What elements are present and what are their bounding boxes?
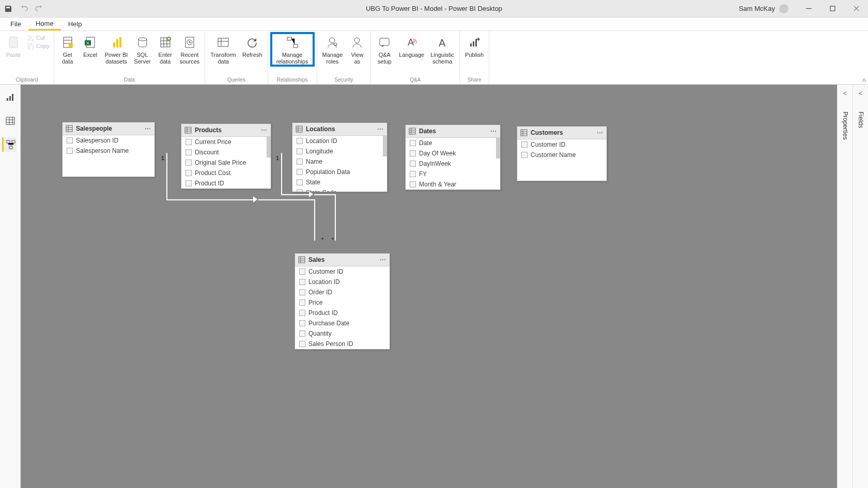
svg-rect-21 bbox=[287, 37, 291, 40]
right-rail-properties: < Properties bbox=[837, 85, 853, 488]
table-field[interactable]: Current Price bbox=[181, 137, 271, 147]
relationship-line[interactable] bbox=[281, 153, 282, 194]
relationship-line[interactable] bbox=[314, 194, 335, 195]
close-button[interactable] bbox=[844, 0, 868, 18]
table-menu-icon[interactable]: ⋯ bbox=[380, 256, 386, 263]
table-field[interactable]: Sales Person ID bbox=[295, 339, 390, 349]
model-canvas[interactable]: 1 1 * * Salespeople ⋯ Salesperson ID bbox=[21, 85, 837, 488]
table-field[interactable]: Salesperson ID bbox=[63, 135, 154, 146]
table-field[interactable]: Discount bbox=[181, 147, 271, 158]
relationship-line[interactable] bbox=[166, 153, 167, 199]
svg-rect-40 bbox=[66, 125, 72, 132]
table-menu-icon[interactable]: ⋯ bbox=[261, 127, 268, 134]
minimize-button[interactable] bbox=[797, 0, 820, 18]
table-field[interactable]: State bbox=[292, 177, 387, 187]
relationship-line[interactable] bbox=[314, 199, 315, 241]
table-field[interactable]: Product ID bbox=[295, 308, 390, 318]
group-label-queries: Queries bbox=[207, 76, 265, 84]
transform-data-button[interactable]: Transform data bbox=[207, 33, 239, 66]
relationship-line[interactable] bbox=[258, 199, 314, 200]
get-data-button[interactable]: Get data bbox=[56, 33, 79, 66]
user-name[interactable]: Sam McKay bbox=[739, 5, 775, 12]
table-field[interactable]: Salesperson Name bbox=[63, 146, 154, 156]
table-menu-icon[interactable]: ⋯ bbox=[490, 128, 497, 135]
scrollbar[interactable] bbox=[496, 138, 500, 159]
manage-relationships-button[interactable]: Manage relationships bbox=[270, 32, 315, 67]
view-as-icon bbox=[349, 34, 365, 51]
excel-icon: X bbox=[82, 34, 99, 51]
table-field[interactable]: Location ID bbox=[292, 136, 387, 146]
table-menu-icon[interactable]: ⋯ bbox=[145, 125, 151, 132]
recent-sources-button[interactable]: Recent sources bbox=[177, 33, 203, 66]
field-icon bbox=[185, 160, 192, 166]
sql-server-label: SQL Server bbox=[134, 52, 150, 65]
field-icon bbox=[185, 180, 192, 186]
fields-pane-button[interactable]: Fields bbox=[857, 107, 864, 132]
table-field[interactable]: Product Cost bbox=[181, 168, 271, 178]
maximize-button[interactable] bbox=[820, 0, 844, 18]
user-avatar-icon[interactable] bbox=[779, 4, 788, 13]
enter-data-button[interactable]: Enter data bbox=[154, 33, 177, 66]
table-sales[interactable]: Sales ⋯ Customer ID Location ID Order ID… bbox=[295, 253, 390, 350]
report-view-button[interactable] bbox=[3, 90, 18, 104]
tab-help[interactable]: Help bbox=[61, 18, 89, 30]
table-products[interactable]: Products ⋯ Current Price Discount Origin… bbox=[181, 123, 271, 189]
table-field[interactable]: Customer Name bbox=[517, 150, 607, 160]
language-icon: Aあ bbox=[404, 34, 420, 51]
table-field[interactable]: Name bbox=[292, 156, 387, 167]
view-as-button[interactable]: View as bbox=[346, 33, 368, 66]
table-menu-icon[interactable]: ⋯ bbox=[597, 129, 603, 136]
table-field[interactable]: DayInWeek bbox=[406, 159, 500, 169]
table-field[interactable]: Longitude bbox=[292, 146, 387, 156]
undo-icon[interactable] bbox=[20, 5, 28, 13]
publish-button[interactable]: Publish bbox=[462, 33, 487, 59]
sql-server-button[interactable]: SQL Server bbox=[131, 33, 153, 66]
table-field[interactable]: Customer ID bbox=[295, 266, 390, 277]
table-customers[interactable]: Customers ⋯ Customer ID Customer Name bbox=[517, 126, 607, 181]
expand-properties-icon[interactable]: < bbox=[843, 90, 847, 97]
table-field[interactable]: Population Data bbox=[292, 167, 387, 177]
refresh-button[interactable]: Refresh bbox=[239, 33, 266, 59]
table-menu-icon[interactable]: ⋯ bbox=[377, 125, 384, 133]
table-field[interactable]: Location ID bbox=[295, 277, 390, 287]
table-salespeople[interactable]: Salespeople ⋯ Salesperson ID Salesperson… bbox=[62, 122, 155, 177]
tab-file[interactable]: File bbox=[3, 18, 28, 30]
table-field[interactable]: Order ID bbox=[295, 287, 390, 297]
model-view-button[interactable] bbox=[2, 137, 17, 152]
ribbon-collapse-icon[interactable]: ᐱ bbox=[862, 77, 866, 83]
relationship-line[interactable] bbox=[281, 194, 310, 195]
table-field[interactable]: Day Of Week bbox=[406, 148, 500, 159]
table-field[interactable]: FY bbox=[406, 169, 500, 179]
properties-pane-button[interactable]: Properties bbox=[842, 107, 849, 144]
qna-setup-button[interactable]: Q&A setup bbox=[373, 33, 396, 66]
tab-home[interactable]: Home bbox=[28, 18, 61, 30]
table-field[interactable]: Customer ID bbox=[517, 139, 607, 150]
table-field[interactable]: Date bbox=[406, 138, 500, 148]
table-field[interactable]: State Code bbox=[292, 187, 387, 192]
svg-rect-32 bbox=[475, 39, 477, 46]
table-field[interactable]: Purchase Date bbox=[295, 318, 390, 328]
table-field[interactable]: Product ID bbox=[181, 178, 271, 188]
table-field[interactable]: Original Sale Price bbox=[181, 158, 271, 168]
table-field[interactable]: Price bbox=[295, 297, 390, 308]
scrollbar[interactable] bbox=[267, 137, 271, 158]
table-dates[interactable]: Dates ⋯ Date Day Of Week DayInWeek FY Mo… bbox=[405, 124, 501, 190]
table-field[interactable]: Month & Year bbox=[406, 179, 500, 190]
table-locations[interactable]: Locations ⋯ Location ID Longitude Name P… bbox=[292, 122, 388, 192]
table-field[interactable]: Quantity bbox=[295, 328, 390, 339]
data-view-button[interactable] bbox=[3, 114, 18, 128]
redo-icon[interactable] bbox=[35, 5, 43, 13]
ribbon-group-security: Manage roles View as Security bbox=[317, 31, 371, 84]
language-button[interactable]: Aあ Language bbox=[396, 33, 427, 59]
relationship-line[interactable] bbox=[166, 199, 254, 200]
expand-fields-icon[interactable]: < bbox=[859, 90, 862, 97]
relationship-line[interactable] bbox=[335, 194, 336, 241]
linguistic-schema-button[interactable]: A Linguistic schema bbox=[427, 33, 457, 66]
scrollbar[interactable] bbox=[383, 136, 387, 156]
pbi-datasets-button[interactable]: Power BI datasets bbox=[102, 33, 131, 66]
save-icon[interactable] bbox=[4, 5, 12, 13]
svg-rect-0 bbox=[830, 6, 835, 11]
manage-roles-button[interactable]: Manage roles bbox=[319, 33, 346, 66]
excel-button[interactable]: X Excel bbox=[79, 33, 102, 59]
refresh-label: Refresh bbox=[242, 52, 262, 58]
